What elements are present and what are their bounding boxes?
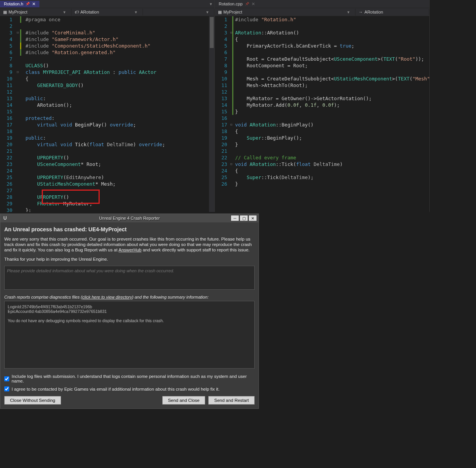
close-icon[interactable]: ✕ [252,2,255,7]
maximize-button[interactable]: ▢ [240,215,248,221]
include-logs-checkbox[interactable] [4,376,9,381]
project-icon: ▦ [3,10,7,15]
close-without-sending-button[interactable]: Close Without Sending [4,396,61,405]
fold-column[interactable]: ⊟⊟ [15,16,20,212]
contact-checkbox[interactable] [4,386,9,391]
nav-member-label: ARotation [364,10,383,14]
project-icon: ▦ [218,10,222,15]
unreal-logo-icon: U [2,215,8,221]
button-row: Close Without Sending Send and Close Sen… [4,396,255,405]
contact-label: I agree to be contacted by Epic Games vi… [12,387,219,391]
tab-bar-left[interactable]: Rotation.h 📌 ✕ ▾ [0,0,214,8]
code-content[interactable]: #pragma once#include "CoreMinimal.h"#inc… [24,16,214,212]
close-icon[interactable]: ✕ [32,2,36,7]
crash-reporter-window: U Unreal Engine 4 Crash Reporter ─ ▢ ✕ A… [0,214,259,409]
dropdown-icon[interactable]: ▾ [210,2,214,7]
contact-checkbox-row[interactable]: I agree to be contacted by Epic Games vi… [4,386,255,391]
nav-member[interactable]: ▾ [143,9,214,15]
login-id: LoginId:25749b5e4f4917f63ab451b2137e196b [8,304,251,309]
window-controls: ─ ▢ ✕ [230,215,257,221]
diagnostics-label: Crash reports comprise diagnostics files… [4,295,255,299]
ide-split-view: Rotation.h 📌 ✕ ▾ ▦ MyProject ▾ 🏷 ARotati… [0,0,430,212]
nav-project-label: MyProject [223,10,242,14]
chevron-down-icon[interactable]: ▾ [347,10,352,15]
diag-a: Crash reports comprise diagnostics files… [4,295,82,299]
right-pane: Rotation.cpp 📌 ✕ ▦ MyProject ▾ → ARotati… [215,0,430,212]
include-logs-label: Include log files with submission. I und… [12,374,255,383]
class-icon: 🏷 [75,10,79,14]
code-editor-right[interactable]: 1234567891011121314151617181920212223242… [215,16,429,212]
nav-project[interactable]: ▦ MyProject ▾ [215,9,355,15]
send-and-restart-button[interactable]: Send and Restart [208,396,255,405]
crash-p1b: and work directly with support staff to … [141,248,250,252]
pin-icon[interactable]: 📌 [26,2,30,6]
view-directory-link[interactable]: click here to view directory [82,295,132,299]
title-bar[interactable]: U Unreal Engine 4 Crash Reporter ─ ▢ ✕ [0,214,258,222]
tab-bar-right[interactable]: Rotation.cpp 📌 ✕ [215,0,429,8]
close-button[interactable]: ✕ [248,215,257,221]
minimize-button[interactable]: ─ [231,215,239,221]
window-title: Unreal Engine 4 Crash Reporter [99,216,160,220]
diag-b: ) and the following summary information: [132,295,209,299]
nav-member[interactable]: → ARotation [355,9,429,15]
chevron-down-icon[interactable]: ▾ [206,10,211,15]
scrollbar-thumb[interactable] [210,17,214,48]
pin-icon[interactable]: 📌 [245,2,249,6]
crash-body: An Unreal process has crashed: UE4-MyPro… [0,222,258,408]
code-content[interactable]: #include "Rotation.h"ARotation::ARotatio… [233,16,429,212]
chevron-down-icon[interactable]: ▾ [135,10,139,15]
answerhub-link[interactable]: AnswerHub [119,248,141,252]
epic-account-id: EpicAccountId:4ab30856a4e94ca7992732e976… [8,309,251,314]
tab-label: Rotation.h [4,2,23,6]
nav-bar-left: ▦ MyProject ▾ 🏷 ARotation ▾ ▾ [0,8,214,16]
nav-project-label: MyProject [8,10,27,14]
callstack-message: You do not have any debugging symbols re… [8,318,251,323]
include-logs-checkbox-row[interactable]: Include log files with submission. I und… [4,374,255,383]
left-pane: Rotation.h 📌 ✕ ▾ ▦ MyProject ▾ 🏷 ARotati… [0,0,215,212]
line-gutter: 1234567891011121314151617181920212223242… [0,16,15,212]
line-gutter: 1234567891011121314151617181920212223242… [215,16,230,212]
tab-rotation-h[interactable]: Rotation.h 📌 ✕ [0,1,39,7]
crash-description-input[interactable] [4,266,255,290]
chevron-down-icon[interactable]: ▾ [63,10,68,15]
diagnostics-output[interactable]: LoginId:25749b5e4f4917f63ab451b2137e196b… [4,301,255,369]
crash-paragraph-2: Thanks for your help in improving the Un… [4,256,255,262]
nav-bar-right: ▦ MyProject ▾ → ARotation [215,8,429,16]
vertical-scrollbar[interactable] [209,16,214,212]
nav-class[interactable]: 🏷 ARotation ▾ [71,9,143,15]
send-and-close-button[interactable]: Send and Close [162,396,206,405]
crash-heading: An Unreal process has crashed: UE4-MyPro… [4,226,255,232]
nav-project[interactable]: ▦ MyProject ▾ [0,9,71,15]
crash-paragraph-1: We are very sorry that this crash occurr… [4,236,255,253]
nav-class-label: ARotation [80,10,99,14]
change-marker-column [20,16,24,212]
arrow-icon: → [359,10,363,14]
tab-label: Rotation.cpp [219,2,243,6]
tab-rotation-cpp[interactable]: Rotation.cpp 📌 ✕ [215,1,259,7]
code-editor-left[interactable]: 1234567891011121314151617181920212223242… [0,16,214,212]
